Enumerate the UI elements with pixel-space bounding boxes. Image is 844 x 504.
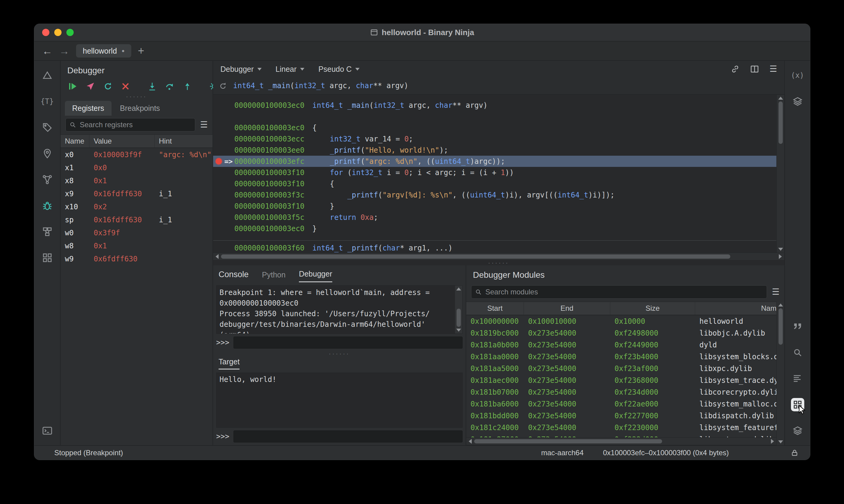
scrollbar-thumb[interactable] [778, 308, 783, 345]
layers-icon[interactable] [791, 424, 804, 437]
linear-view[interactable]: 0000000100003ec0int64_t _main(int32_t ar… [213, 95, 784, 253]
goto-function-icon[interactable] [219, 81, 228, 90]
step-over-button[interactable] [165, 81, 175, 92]
lock-icon[interactable] [791, 449, 798, 457]
code-line[interactable]: 0000000100003f10 } [213, 200, 784, 212]
registers-table-header[interactable]: Name Value Hint [61, 134, 212, 148]
column-header-hint[interactable]: Hint [155, 135, 212, 147]
breakpoint-icon[interactable] [216, 158, 222, 164]
scroll-down-arrow[interactable] [778, 248, 783, 251]
modules-vertical-scrollbar[interactable] [776, 302, 784, 445]
code-line[interactable]: 0000000100003f5c return 0xa; [213, 212, 784, 223]
panel-splitter-handle[interactable]: ······ [61, 94, 212, 99]
modules-horizontal-scrollbar[interactable] [466, 437, 776, 445]
next-function-line[interactable]: 0000000100003f60 int64_t _printf(char* a… [213, 240, 784, 251]
link-icon[interactable] [730, 65, 740, 74]
terminal-icon[interactable] [41, 424, 54, 437]
console-splitter-handle[interactable]: ······ [213, 352, 466, 356]
view-il-dropdown[interactable]: Pseudo C [318, 65, 360, 74]
selection-range-text[interactable]: 0x100003efc–0x100003f00 (0x4 bytes) [603, 449, 729, 457]
scroll-right-arrow[interactable] [779, 254, 782, 259]
scroll-down-arrow[interactable] [456, 329, 461, 332]
module-row[interactable]: 0x181aa00000x273e540000xf23b4000libsyste… [466, 351, 776, 363]
module-row[interactable]: 0x181c240000x273e540000xf2230000libsyste… [466, 421, 776, 433]
continue-button[interactable] [68, 81, 77, 92]
column-header-start[interactable]: Start [466, 302, 524, 315]
register-row[interactable]: w80x1 [61, 239, 212, 252]
tab-python[interactable]: Python [262, 270, 286, 282]
split-view-icon[interactable] [750, 65, 759, 74]
scroll-up-arrow[interactable] [456, 287, 461, 290]
code-line[interactable]: 0000000100003ec0{ [213, 122, 784, 133]
console-command-input[interactable] [234, 337, 463, 348]
variables-icon[interactable]: (x) [791, 69, 804, 82]
scroll-down-arrow[interactable] [778, 440, 783, 444]
module-row[interactable]: 0x181aec0000x273e540000xf2368000libsyste… [466, 374, 776, 386]
zoom-window-button[interactable] [66, 29, 74, 36]
debugger-sidebar-icon[interactable] [41, 199, 54, 212]
console-output[interactable]: Breakpoint 1: where = helloworld`main, a… [216, 285, 463, 334]
step-into-button[interactable] [147, 81, 157, 92]
view-menu-icon[interactable]: ☰ [770, 65, 777, 73]
module-row[interactable]: 0x181ba60000x273e540000xf22ae000libsyste… [466, 398, 776, 410]
code-line[interactable]: 0000000100003ecc int32_t var_14 = 0; [213, 133, 784, 144]
cross-references-icon[interactable] [41, 173, 54, 186]
column-header-value[interactable]: Value [89, 135, 155, 147]
horizontal-splitter[interactable]: ······ [213, 260, 784, 265]
register-row[interactable]: x90x16fdff630i_1 [61, 187, 212, 200]
tab-breakpoints[interactable]: Breakpoints [113, 101, 167, 116]
memory-map-icon[interactable] [41, 147, 54, 160]
stack-icon[interactable] [791, 95, 804, 108]
scroll-left-arrow[interactable] [216, 254, 219, 259]
modules-menu-icon[interactable]: ☰ [772, 288, 779, 296]
target-stdin-input[interactable] [234, 430, 463, 443]
code-line[interactable]: =>0000000100003efc _printf("argc: %d\n",… [213, 156, 784, 167]
module-row[interactable]: 0x181a0b0000x273e540000xf2449000dyld [466, 339, 776, 351]
modules-search-input[interactable] [471, 285, 767, 299]
types-icon[interactable]: {T} [41, 95, 54, 108]
modules-table-header[interactable]: Start End Size Name [466, 302, 776, 315]
current-function-header[interactable]: int64_t _main(int32_t argc, char** argv) [213, 77, 784, 95]
view-frame-dropdown[interactable]: Debugger [220, 65, 262, 74]
register-row[interactable]: w00x3f9f [61, 226, 212, 239]
module-row[interactable]: 0x1819bc0000x273e540000xf2498000libobjc.… [466, 327, 776, 339]
find-icon[interactable] [791, 346, 804, 359]
module-row[interactable]: 0x181aa50000x273e540000xf23af000libxpc.d… [466, 363, 776, 374]
tab-target[interactable]: Target [219, 357, 240, 370]
restart-button[interactable] [103, 81, 113, 92]
grid-view-icon[interactable] [791, 398, 804, 411]
scroll-up-arrow[interactable] [778, 96, 783, 100]
scrollbar-thumb[interactable] [778, 102, 783, 144]
console-vertical-scrollbar[interactable] [455, 286, 462, 334]
code-line[interactable] [213, 111, 784, 122]
register-row[interactable]: x100x2 [61, 200, 212, 213]
tags-icon[interactable] [41, 121, 54, 134]
column-header-size[interactable]: Size [610, 302, 695, 315]
register-row[interactable]: w90x6fdff630 [61, 252, 212, 265]
view-layout-dropdown[interactable]: Linear [276, 65, 305, 74]
target-output[interactable]: Hello, world! [216, 373, 463, 428]
tab-debugger[interactable]: Debugger [299, 270, 332, 282]
code-line[interactable]: 0000000100003f3c _printf("argv[%d]: %s\n… [213, 189, 784, 200]
module-row[interactable]: 0x181bdd0000x273e540000xf2277000libdispa… [466, 410, 776, 421]
column-header-name[interactable]: Name [61, 135, 89, 147]
attach-button[interactable] [86, 81, 95, 92]
platform-text[interactable]: mac-aarch64 [541, 449, 584, 457]
symbols-icon[interactable] [41, 69, 54, 82]
document-tab[interactable]: helloworld • [76, 44, 131, 57]
step-out-button[interactable] [183, 81, 192, 92]
code-line[interactable]: 0000000100003f10 for (int32_t i = 0; i <… [213, 167, 784, 178]
stack-view-icon[interactable] [41, 225, 54, 238]
log-icon[interactable] [791, 372, 804, 385]
register-row[interactable]: x80x1 [61, 174, 212, 187]
column-header-name[interactable]: Name [695, 302, 776, 315]
registers-search-input[interactable] [66, 118, 195, 131]
close-window-button[interactable] [42, 29, 49, 36]
new-tab-button[interactable]: + [138, 46, 144, 56]
registers-menu-icon[interactable]: ☰ [200, 121, 208, 129]
code-line[interactable]: 0000000100003ee0 _printf("Hello, world!\… [213, 144, 784, 156]
module-row[interactable]: 0x1000000000x1000100000x10000helloworld [466, 315, 776, 327]
scroll-up-arrow[interactable] [778, 304, 783, 307]
scroll-left-arrow[interactable] [469, 439, 472, 444]
back-button[interactable]: ← [42, 46, 52, 56]
